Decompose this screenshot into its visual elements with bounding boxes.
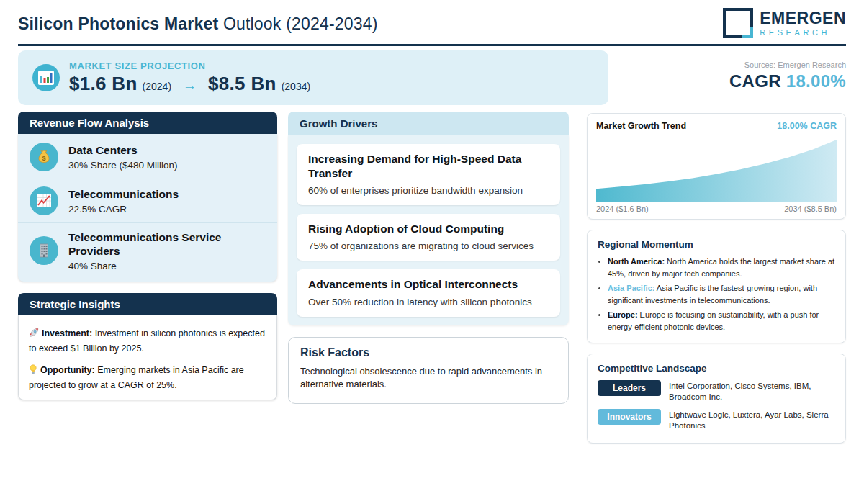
competitive-landscape-card: Competitive Landscape Leaders Intel Corp…: [587, 354, 846, 444]
cagr-value: 18.00%: [786, 71, 846, 91]
insight-label: Opportunity:: [40, 365, 95, 375]
insight-item: Opportunity: Emerging markets in Asia Pa…: [29, 364, 266, 393]
strategic-insights-header: Strategic Insights: [18, 293, 277, 315]
strategic-insights-panel: Strategic Insights Investment: Investmen…: [18, 293, 277, 401]
trend-title: Market Growth Trend: [596, 121, 686, 131]
risk-factors-title: Risk Factors: [300, 346, 557, 359]
chart-increasing-icon: [30, 186, 58, 215]
revenue-item-detail: 22.5% CAGR: [68, 204, 179, 215]
right-column: Market Growth Trend 18.00% CAGR 2024 ($1…: [587, 113, 846, 444]
trend-area-svg: [596, 138, 837, 202]
growth-drivers-header: Growth Drivers: [288, 112, 569, 135]
start-year: (2024): [143, 81, 171, 92]
revenue-flow-body: $ Data Centers 30% Share ($480 Million): [18, 134, 277, 282]
risk-factors-card: Risk Factors Technological obsolescence …: [288, 337, 569, 405]
logo-text: EMERGEN RESEARCH: [760, 10, 846, 37]
page-title-rest: Outlook (2024-2034): [218, 14, 377, 33]
list-item: Innovators Lightwave Logic, Luxtera, Aya…: [598, 409, 835, 431]
projection-values: $1.6 Bn (2024) → $8.5 Bn (2034): [69, 73, 310, 95]
office-building-icon: [30, 236, 58, 265]
leaders-badge: Leaders: [598, 380, 661, 396]
region-label: North America:: [608, 257, 665, 266]
emergen-research-logo: EMERGEN RESEARCH: [723, 8, 846, 38]
projection-label: MARKET SIZE PROJECTION: [69, 60, 310, 71]
projection-text: MARKET SIZE PROJECTION $1.6 Bn (2024) → …: [69, 60, 310, 95]
market-growth-trend-card: Market Growth Trend 18.00% CAGR 2024 ($1…: [587, 113, 846, 220]
sources-text: Sources: Emergen Research: [729, 60, 846, 69]
start-value: $1.6 Bn: [69, 73, 138, 95]
list-item: Telecommunications Service Providers 40%…: [18, 222, 277, 279]
rocket-icon: [29, 328, 39, 342]
revenue-item-detail: 40% Share: [68, 261, 266, 271]
trend-xlabel-left: 2024 ($1.6 Bn): [596, 204, 649, 213]
money-bag-icon: $: [30, 143, 58, 171]
end-year: (2034): [282, 81, 310, 92]
cagr-line: CAGR18.00%: [729, 71, 846, 91]
growth-driver-title: Rising Adoption of Cloud Computing: [308, 222, 549, 236]
regional-momentum-card: Regional Momentum North America: North A…: [587, 230, 846, 343]
growth-drivers-body: Increasing Demand for High-Speed Data Tr…: [288, 135, 569, 325]
revenue-item-title: Data Centers: [68, 143, 178, 157]
growth-drivers-panel: Growth Drivers Increasing Demand for Hig…: [288, 112, 569, 325]
left-column: Revenue Flow Analysis $ Data Centers 30%…: [18, 112, 277, 400]
growth-driver-detail: 75% of organizations are migrating to cl…: [308, 240, 549, 251]
market-size-projection-banner: MARKET SIZE PROJECTION $1.6 Bn (2024) → …: [18, 50, 608, 105]
insight-item: Investment: Investment in silicon photon…: [29, 327, 266, 356]
list-item: North America: North America holds the l…: [608, 256, 835, 280]
innovators-badge: Innovators: [598, 409, 661, 425]
revenue-flow-header: Revenue Flow Analysis: [18, 112, 277, 134]
growth-driver-title: Increasing Demand for High-Speed Data Tr…: [308, 152, 549, 181]
region-label: Europe:: [608, 310, 638, 319]
region-text: Europe is focusing on sustainability, wi…: [608, 310, 819, 331]
regional-momentum-title: Regional Momentum: [598, 239, 835, 250]
growth-driver-detail: Over 50% reduction in latency with silic…: [308, 297, 549, 307]
middle-column: Growth Drivers Increasing Demand for Hig…: [288, 112, 569, 404]
logo-line1: EMERGEN: [760, 10, 846, 27]
leaders-companies: Intel Corporation, Cisco Systems, IBM, B…: [669, 380, 835, 402]
logo-square-icon: [723, 8, 753, 38]
arrow-right-icon: →: [183, 78, 197, 94]
competitive-landscape-title: Competitive Landscape: [598, 363, 835, 374]
page-title-bold: Silicon Photonics Market: [18, 14, 218, 33]
strategic-insights-body: Investment: Investment in silicon photon…: [18, 315, 277, 401]
growth-driver-detail: 60% of enterprises prioritize bandwidth …: [308, 185, 549, 196]
region-label: Asia Pacific:: [608, 284, 654, 292]
logo-line2: RESEARCH: [760, 29, 846, 37]
growth-driver-card: Rising Adoption of Cloud Computing 75% o…: [297, 214, 560, 261]
header-divider: [18, 44, 846, 46]
cagr-label: CAGR: [729, 71, 781, 91]
svg-text:$: $: [42, 155, 45, 162]
list-item: Asia Pacific: Asia Pacific is the fastes…: [608, 282, 835, 307]
list-item: $ Data Centers 30% Share ($480 Million): [18, 135, 277, 179]
list-item: Leaders Intel Corporation, Cisco Systems…: [598, 380, 835, 402]
revenue-item-detail: 30% Share ($480 Million): [68, 160, 178, 171]
revenue-flow-panel: Revenue Flow Analysis $ Data Centers 30%…: [18, 112, 277, 282]
revenue-item-title: Telecommunications: [68, 187, 179, 201]
growth-driver-title: Advancements in Optical Interconnects: [308, 277, 549, 292]
end-value: $8.5 Bn: [208, 73, 276, 95]
list-item: Europe: Europe is focusing on sustainabi…: [608, 309, 835, 333]
revenue-item-title: Telecommunications Service Providers: [68, 230, 266, 258]
growth-driver-card: Increasing Demand for High-Speed Data Tr…: [297, 144, 560, 205]
sources-cagr-block: Sources: Emergen Research CAGR18.00%: [729, 60, 846, 91]
lightbulb-icon: [29, 364, 37, 379]
innovators-companies: Lightwave Logic, Luxtera, Ayar Labs, Sie…: [669, 409, 835, 431]
bar-chart-icon: [32, 64, 60, 91]
trend-area-shape: [596, 140, 837, 202]
trend-cagr-annotation: 18.00% CAGR: [777, 121, 837, 131]
list-item: Telecommunications 22.5% CAGR: [18, 179, 277, 222]
growth-driver-card: Advancements in Optical Interconnects Ov…: [297, 269, 560, 316]
insight-label: Investment:: [42, 328, 92, 338]
regional-momentum-list: North America: North America holds the l…: [598, 256, 835, 333]
trend-xlabel-right: 2034 ($8.5 Bn): [784, 204, 837, 213]
page-title: Silicon Photonics Market Outlook (2024-2…: [18, 14, 378, 34]
risk-factors-text: Technological obsolescence due to rapid …: [300, 365, 557, 392]
